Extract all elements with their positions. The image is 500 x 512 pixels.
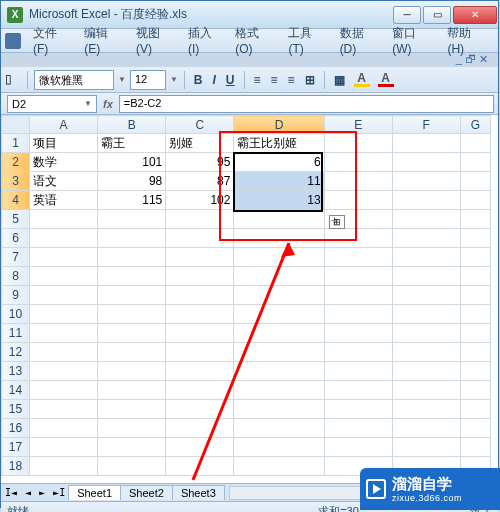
row-header-7[interactable]: 7 <box>2 248 30 267</box>
watermark: 溜溜自学 zixue.3d66.com <box>360 468 500 510</box>
row-header-6[interactable]: 6 <box>2 229 30 248</box>
cell[interactable] <box>392 191 460 210</box>
cell[interactable]: 87 <box>166 172 234 191</box>
tab-sheet1[interactable]: Sheet1 <box>68 485 121 500</box>
font-color-icon[interactable]: A <box>378 73 394 87</box>
align-right-icon[interactable]: ≡ <box>285 73 298 87</box>
row-header-2[interactable]: 2 <box>2 153 30 172</box>
col-header-C[interactable]: C <box>166 116 234 134</box>
menu-tools[interactable]: 工具(T) <box>282 23 333 58</box>
close-button[interactable]: ✕ <box>453 6 497 24</box>
menu-edit[interactable]: 编辑(E) <box>78 23 130 58</box>
tab-sheet3[interactable]: Sheet3 <box>172 485 225 500</box>
chevron-down-icon[interactable]: ▼ <box>84 99 92 108</box>
cell[interactable] <box>324 172 392 191</box>
name-box[interactable]: D2 ▼ <box>7 95 97 113</box>
cell[interactable] <box>324 191 392 210</box>
row-header-5[interactable]: 5 <box>2 210 30 229</box>
tab-nav-last[interactable]: ►I <box>49 487 69 498</box>
font-size-selector[interactable]: 12 <box>130 70 166 90</box>
cell[interactable]: 95 <box>166 153 234 172</box>
row-header-10[interactable]: 10 <box>2 305 30 324</box>
minimize-button[interactable]: ─ <box>393 6 421 24</box>
cell[interactable]: 霸王比别姬 <box>234 134 324 153</box>
col-header-E[interactable]: E <box>324 116 392 134</box>
row-header-1[interactable]: 1 <box>2 134 30 153</box>
status-ready: 就绪 <box>7 504 207 512</box>
cell[interactable]: 项目 <box>30 134 98 153</box>
cell[interactable] <box>460 172 490 191</box>
menu-file[interactable]: 文件(F) <box>27 23 78 58</box>
name-box-value: D2 <box>12 98 26 110</box>
menu-view[interactable]: 视图(V) <box>130 23 182 58</box>
formula-input[interactable]: =B2-C2 <box>119 95 494 113</box>
row-header-15[interactable]: 15 <box>2 400 30 419</box>
formula-bar: D2 ▼ fx =B2-C2 <box>1 93 498 115</box>
tab-sheet2[interactable]: Sheet2 <box>120 485 173 500</box>
row-header-16[interactable]: 16 <box>2 419 30 438</box>
row-header-8[interactable]: 8 <box>2 267 30 286</box>
watermark-brand: 溜溜自学 <box>392 475 462 493</box>
cell[interactable]: 115 <box>98 191 166 210</box>
row-header-3[interactable]: 3 <box>2 172 30 191</box>
tab-nav-first[interactable]: I◄ <box>1 487 21 498</box>
col-header-F[interactable]: F <box>392 116 460 134</box>
new-icon[interactable]: ▯ <box>5 72 21 88</box>
cell[interactable]: 102 <box>166 191 234 210</box>
row-header-17[interactable]: 17 <box>2 438 30 457</box>
row-header-11[interactable]: 11 <box>2 324 30 343</box>
cell[interactable]: 别姬 <box>166 134 234 153</box>
menu-window[interactable]: 窗口(W) <box>386 23 441 58</box>
cell[interactable]: 数学 <box>30 153 98 172</box>
menu-format[interactable]: 格式(O) <box>229 23 282 58</box>
row-header-14[interactable]: 14 <box>2 381 30 400</box>
tab-nav-next[interactable]: ► <box>35 487 49 498</box>
cell[interactable]: 6 <box>234 153 324 172</box>
align-center-icon[interactable]: ≡ <box>268 73 281 87</box>
menubar: 文件(F) 编辑(E) 视图(V) 插入(I) 格式(O) 工具(T) 数据(D… <box>1 29 498 53</box>
cell[interactable] <box>324 134 392 153</box>
cell[interactable] <box>324 153 392 172</box>
merge-icon[interactable]: ⊞ <box>302 73 318 87</box>
cell[interactable]: 英语 <box>30 191 98 210</box>
cell[interactable] <box>392 172 460 191</box>
spreadsheet-grid[interactable]: A B C D E F G 1 项目 霸王 别姬 霸王比别姬 <box>1 115 498 483</box>
cell[interactable]: 101 <box>98 153 166 172</box>
cell[interactable]: 11 <box>234 172 324 191</box>
fill-color-icon[interactable]: A <box>354 73 370 87</box>
italic-button[interactable]: I <box>210 73 219 87</box>
cell[interactable] <box>460 134 490 153</box>
fx-icon[interactable]: fx <box>103 98 113 110</box>
align-left-icon[interactable]: ≡ <box>251 73 264 87</box>
row-header-12[interactable]: 12 <box>2 343 30 362</box>
maximize-button[interactable]: ▭ <box>423 6 451 24</box>
cell[interactable]: 13 <box>234 191 324 210</box>
row-header-4[interactable]: 4 <box>2 191 30 210</box>
col-header-G[interactable]: G <box>460 116 490 134</box>
cell[interactable] <box>460 191 490 210</box>
cell[interactable]: 霸王 <box>98 134 166 153</box>
cell[interactable]: 98 <box>98 172 166 191</box>
cell[interactable] <box>460 153 490 172</box>
col-header-D[interactable]: D <box>234 116 324 134</box>
underline-button[interactable]: U <box>223 73 238 87</box>
cell[interactable] <box>392 153 460 172</box>
row-header-18[interactable]: 18 <box>2 457 30 476</box>
select-all-corner[interactable] <box>2 116 30 134</box>
font-selector[interactable]: 微软雅黑 <box>34 70 114 90</box>
menu-insert[interactable]: 插入(I) <box>182 23 229 58</box>
cell[interactable] <box>392 134 460 153</box>
menu-data[interactable]: 数据(D) <box>334 23 387 58</box>
border-icon[interactable]: ▦ <box>331 73 348 87</box>
formatting-toolbar: ▯ 微软雅黑 ▼ 12 ▼ B I U ≡ ≡ ≡ ⊞ ▦ A A <box>1 67 498 93</box>
cell[interactable]: 语文 <box>30 172 98 191</box>
row-header-13[interactable]: 13 <box>2 362 30 381</box>
autofill-options-icon[interactable]: ⊞ <box>329 215 345 229</box>
excel-icon: X <box>7 7 23 23</box>
bold-button[interactable]: B <box>191 73 206 87</box>
row-header-9[interactable]: 9 <box>2 286 30 305</box>
col-header-A[interactable]: A <box>30 116 98 134</box>
tab-nav-prev[interactable]: ◄ <box>21 487 35 498</box>
col-header-B[interactable]: B <box>98 116 166 134</box>
save-icon[interactable] <box>5 33 21 49</box>
